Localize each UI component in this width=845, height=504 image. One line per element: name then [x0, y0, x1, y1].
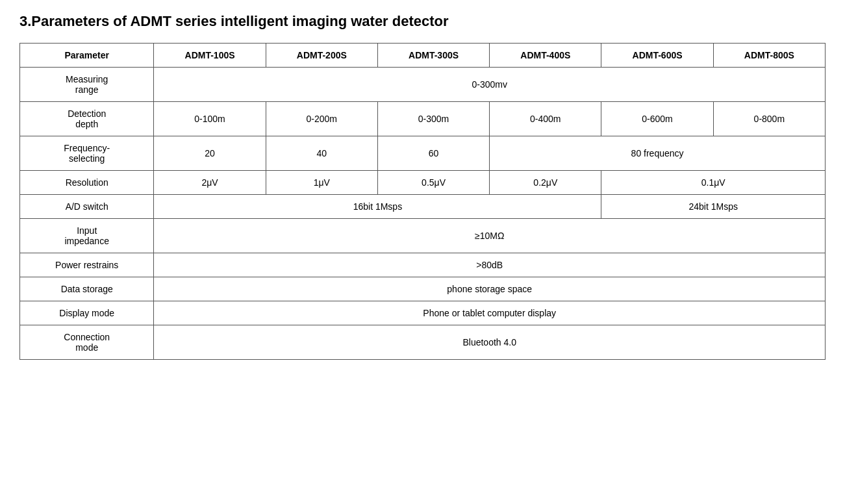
cell-detection-600: 0-600m	[601, 102, 713, 136]
table-row: Connectionmode Bluetooth 4.0	[20, 325, 826, 360]
cell-power-restrains: >80dB	[154, 253, 826, 277]
param-resolution: Resolution	[20, 171, 154, 195]
cell-detection-100: 0-100m	[154, 102, 266, 136]
col-header-parameter: Parameter	[20, 44, 154, 68]
parameters-table: Parameter ADMT-100S ADMT-200S ADMT-300S …	[19, 43, 826, 360]
cell-input-impedance: ≥10MΩ	[154, 219, 826, 253]
cell-res-1uv: 1μV	[266, 171, 377, 195]
cell-detection-800: 0-800m	[713, 102, 825, 136]
col-header-admt100s: ADMT-100S	[154, 44, 266, 68]
col-header-admt300s: ADMT-300S	[377, 44, 489, 68]
table-row: Detectiondepth 0-100m 0-200m 0-300m 0-40…	[20, 102, 826, 136]
cell-res-01uv: 0.1μV	[601, 171, 826, 195]
table-row: Measuringrange 0-300mv	[20, 68, 826, 102]
cell-freq-40: 40	[266, 136, 377, 171]
param-measuring-range: Measuringrange	[20, 68, 154, 102]
cell-res-02uv: 0.2μV	[490, 171, 601, 195]
cell-res-2uv: 2μV	[154, 171, 266, 195]
table-row: Power restrains >80dB	[20, 253, 826, 277]
cell-detection-400: 0-400m	[490, 102, 601, 136]
cell-detection-300: 0-300m	[377, 102, 489, 136]
param-connection-mode: Connectionmode	[20, 325, 154, 360]
param-ad-switch: A/D switch	[20, 195, 154, 219]
cell-connection-mode: Bluetooth 4.0	[154, 325, 826, 360]
cell-ad-16bit: 16bit 1Msps	[154, 195, 601, 219]
col-header-admt200s: ADMT-200S	[266, 44, 377, 68]
cell-data-storage: phone storage space	[154, 277, 826, 301]
cell-freq-20: 20	[154, 136, 266, 171]
page-title: 3.Parameters of ADMT series intelligent …	[19, 13, 826, 30]
param-input-impedance: Inputimpedance	[20, 219, 154, 253]
table-row: Frequency-selecting 20 40 60 80 frequenc…	[20, 136, 826, 171]
table-header-row: Parameter ADMT-100S ADMT-200S ADMT-300S …	[20, 44, 826, 68]
table-row: Display mode Phone or tablet computer di…	[20, 301, 826, 325]
table-row: A/D switch 16bit 1Msps 24bit 1Msps	[20, 195, 826, 219]
param-data-storage: Data storage	[20, 277, 154, 301]
cell-detection-200: 0-200m	[266, 102, 377, 136]
param-display-mode: Display mode	[20, 301, 154, 325]
cell-display-mode: Phone or tablet computer display	[154, 301, 826, 325]
col-header-admt600s: ADMT-600S	[601, 44, 713, 68]
param-power-restrains: Power restrains	[20, 253, 154, 277]
table-row: Data storage phone storage space	[20, 277, 826, 301]
cell-ad-24bit: 24bit 1Msps	[601, 195, 826, 219]
table-row: Resolution 2μV 1μV 0.5μV 0.2μV 0.1μV	[20, 171, 826, 195]
table-row: Inputimpedance ≥10MΩ	[20, 219, 826, 253]
cell-res-05uv: 0.5μV	[377, 171, 489, 195]
param-frequency-selecting: Frequency-selecting	[20, 136, 154, 171]
cell-freq-60: 60	[377, 136, 489, 171]
param-detection-depth: Detectiondepth	[20, 102, 154, 136]
cell-freq-80: 80 frequency	[490, 136, 826, 171]
cell-measuring-range: 0-300mv	[154, 68, 826, 102]
col-header-admt400s: ADMT-400S	[490, 44, 601, 68]
col-header-admt800s: ADMT-800S	[713, 44, 825, 68]
